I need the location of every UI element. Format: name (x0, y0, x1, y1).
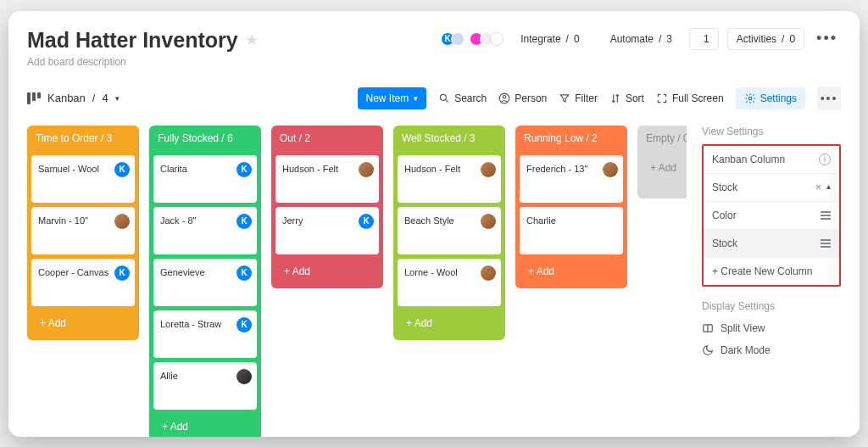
card-assignee-avatar[interactable] (114, 214, 130, 229)
add-card-button[interactable]: + Add (275, 259, 379, 284)
kanban-card[interactable]: GenevieveK (153, 259, 257, 306)
svg-point-7 (748, 97, 752, 100)
kanban-column: Out / 2Hudson - FeltJerryK+ Add (271, 126, 383, 437)
dark-mode-toggle[interactable]: Dark Mode (702, 344, 841, 356)
activities-button[interactable]: Activities / 0 (727, 28, 804, 50)
column-header[interactable]: Fully Stocked / 6 (149, 126, 261, 151)
kanban-card[interactable]: Lorne - Wool (398, 259, 501, 306)
search-button[interactable]: Search (438, 92, 487, 104)
card-assignee-avatar[interactable]: K (236, 317, 252, 332)
settings-button[interactable]: Settings (736, 87, 805, 109)
view-more-button[interactable]: ••• (817, 87, 841, 110)
filter-icon (559, 92, 570, 104)
board-title[interactable]: Mad Hatter Inventory (27, 28, 238, 53)
card-assignee-avatar[interactable] (481, 265, 496, 281)
info-icon[interactable]: i (819, 154, 831, 165)
filter-button[interactable]: Filter (559, 92, 598, 104)
sort-button[interactable]: Sort (609, 92, 644, 104)
moon-icon (702, 344, 714, 356)
kanban-card[interactable]: Hudson - Felt (398, 155, 501, 203)
integrate-button[interactable]: Integrate / 0 (512, 29, 587, 49)
drag-handle-icon (821, 239, 831, 248)
column-body: + Add (637, 151, 687, 198)
kanban-card[interactable]: Allie (153, 362, 257, 410)
new-item-button[interactable]: New Item ▾ (358, 87, 427, 109)
kanban-column: Well Stocked / 3Hudson - FeltBeach Style… (393, 126, 505, 437)
board-description[interactable]: Add board description (27, 56, 259, 68)
column-header[interactable]: Time to Order / 3 (27, 126, 139, 151)
card-assignee-avatar[interactable]: K (114, 265, 130, 281)
view-toolbar: Kanban / 4 ▾ New Item ▾ Search Person Fi… (27, 87, 841, 110)
ellipsis-icon: ••• (817, 92, 842, 105)
kanban-column: Empty / 0+ Add (637, 126, 687, 437)
svg-line-4 (445, 99, 448, 103)
svg-point-6 (503, 95, 506, 98)
card-assignee-avatar[interactable]: K (114, 162, 130, 177)
card-assignee-avatar[interactable]: K (236, 265, 252, 281)
card-assignee-avatar[interactable]: K (236, 162, 252, 177)
more-menu-icon[interactable]: ••• (813, 30, 841, 47)
kanban-card[interactable]: Frederich - 13" (520, 155, 623, 203)
column-header[interactable]: Empty / 0 (637, 126, 687, 151)
kanban-card[interactable]: Cooper - CanvasK (31, 259, 135, 306)
add-card-button[interactable]: + Add (398, 310, 501, 336)
kanban-board: Time to Order / 3Samuel - WoolKMarvin - … (27, 126, 687, 437)
person-circle-icon (498, 92, 510, 104)
panel-heading: View Settings (702, 126, 841, 137)
kanban-column-selector: Kanban Column i Stock ×▾ Color Stock + C… (702, 144, 841, 287)
split-view-icon (702, 322, 714, 334)
create-new-column[interactable]: + Create New Column (704, 258, 839, 285)
members-button[interactable]: 1 (689, 28, 719, 50)
column-header[interactable]: Running Low / 2 (515, 126, 627, 151)
add-card-button[interactable]: + Add (520, 259, 623, 284)
clear-icon[interactable]: × (815, 182, 821, 193)
column-option-stock[interactable]: Stock (704, 230, 839, 258)
card-assignee-avatar[interactable] (359, 162, 374, 177)
card-assignee-avatar[interactable] (481, 214, 496, 229)
column-header[interactable]: Well Stocked / 3 (393, 126, 505, 151)
person-filter-button[interactable]: Person (498, 92, 547, 104)
split-view-toggle[interactable]: Split View (702, 322, 841, 334)
avatar (490, 32, 504, 46)
favorite-star-icon[interactable]: ★ (245, 31, 259, 49)
kanban-card[interactable]: Hudson - Felt (275, 155, 379, 203)
panel-section-label: Kanban Column i (704, 146, 839, 174)
board-owner-avatars[interactable]: K (444, 32, 465, 46)
add-card-button[interactable]: + Add (642, 155, 687, 181)
kanban-card[interactable]: Jack - 8"K (153, 207, 257, 254)
fullscreen-icon (656, 92, 668, 104)
integration-avatars[interactable] (473, 32, 504, 46)
automate-button[interactable]: Automate / 3 (597, 29, 681, 49)
kanban-card[interactable]: Beach Style (398, 207, 501, 254)
card-assignee-avatar[interactable]: K (236, 214, 252, 229)
card-assignee-avatar[interactable]: K (359, 214, 374, 229)
drag-handle-icon (821, 211, 831, 220)
kanban-card[interactable]: JerryK (275, 207, 379, 254)
add-card-button[interactable]: + Add (153, 414, 257, 437)
kanban-card[interactable]: Charlie (520, 207, 623, 254)
card-assignee-avatar[interactable] (236, 369, 252, 384)
kanban-card[interactable]: Loretta - StrawK (153, 310, 257, 358)
board-header: Mad Hatter Inventory ★ Add board descrip… (27, 28, 841, 68)
kanban-column: Running Low / 2Frederich - 13"Charlie+ A… (515, 126, 627, 437)
kanban-icon (27, 92, 41, 104)
view-switcher[interactable]: Kanban / 4 ▾ (27, 92, 120, 104)
column-header[interactable]: Out / 2 (271, 126, 383, 151)
display-heading: Display Settings (702, 300, 841, 312)
column-body: Frederich - 13"Charlie+ Add (515, 151, 627, 288)
gear-icon (744, 92, 756, 104)
column-option-color[interactable]: Color (704, 202, 839, 230)
avatar (451, 32, 465, 46)
fullscreen-button[interactable]: Full Screen (656, 92, 724, 104)
column-body: Hudson - FeltBeach StyleLorne - Wool+ Ad… (393, 151, 505, 340)
add-card-button[interactable]: + Add (31, 310, 135, 336)
kanban-card[interactable]: Marvin - 10" (31, 207, 135, 254)
card-assignee-avatar[interactable] (481, 162, 496, 177)
card-assignee-avatar[interactable] (603, 162, 618, 177)
kanban-card[interactable]: ClaritaK (153, 155, 257, 203)
kanban-column: Time to Order / 3Samuel - WoolKMarvin - … (27, 126, 139, 437)
settings-panel: View Settings Kanban Column i Stock ×▾ C… (702, 126, 841, 437)
column-select-current[interactable]: Stock ×▾ (704, 174, 839, 202)
kanban-card[interactable]: Samuel - WoolK (31, 155, 135, 203)
column-body: Hudson - FeltJerryK+ Add (271, 151, 383, 288)
